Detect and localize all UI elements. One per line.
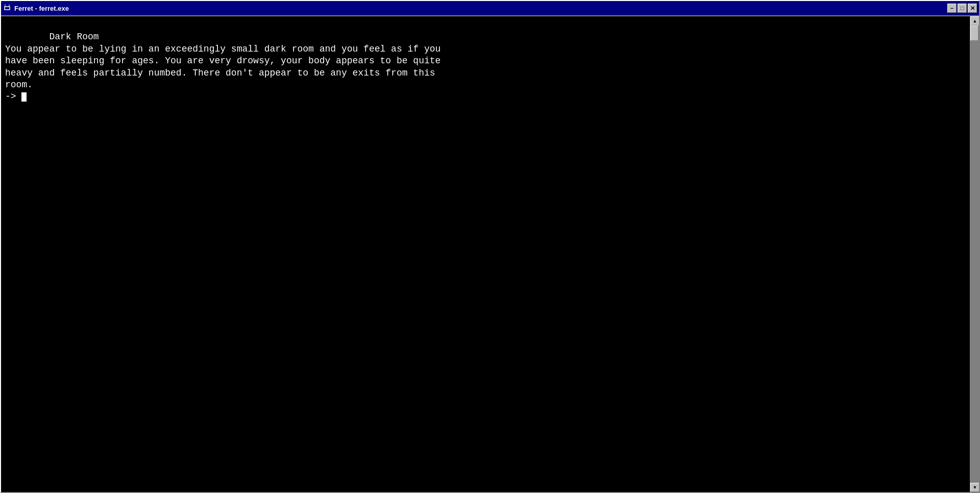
minimize-button[interactable]: −	[947, 4, 957, 13]
maximize-button[interactable]: □	[958, 4, 967, 13]
app-icon	[3, 4, 11, 12]
prompt: ->	[5, 91, 16, 102]
svg-line-5	[9, 5, 10, 6]
svg-line-4	[5, 5, 6, 6]
terminal-area[interactable]: Dark Room You appear to be lying in an e…	[1, 16, 970, 492]
close-button[interactable]: ✕	[968, 4, 977, 13]
svg-rect-1	[5, 7, 9, 9]
svg-point-3	[8, 6, 9, 7]
description-line1: You appear to be lying in an exceedingly…	[5, 44, 440, 54]
window-title: Ferret - ferret.exe	[14, 5, 947, 12]
room-title: Dark Room	[49, 32, 99, 42]
scroll-down-button[interactable]: ▼	[970, 483, 979, 492]
title-bar-buttons: − □ ✕	[947, 4, 977, 13]
main-window: Ferret - ferret.exe − □ ✕ Dark Room You …	[0, 0, 980, 493]
vertical-scrollbar: ▲ ▼	[970, 16, 979, 492]
title-bar: Ferret - ferret.exe − □ ✕	[1, 1, 979, 15]
scroll-thumb[interactable]	[970, 26, 978, 41]
svg-point-2	[5, 6, 6, 7]
scroll-track[interactable]	[970, 26, 979, 483]
description-line4: room.	[5, 80, 33, 90]
description-line2: have been sleeping for ages. You are ver…	[5, 56, 440, 66]
description-line3: heavy and feels partially numbed. There …	[5, 68, 435, 78]
terminal-content: Dark Room You appear to be lying in an e…	[5, 19, 966, 115]
window-body: Dark Room You appear to be lying in an e…	[1, 15, 979, 492]
scroll-up-button[interactable]: ▲	[970, 16, 979, 26]
cursor	[21, 92, 27, 102]
